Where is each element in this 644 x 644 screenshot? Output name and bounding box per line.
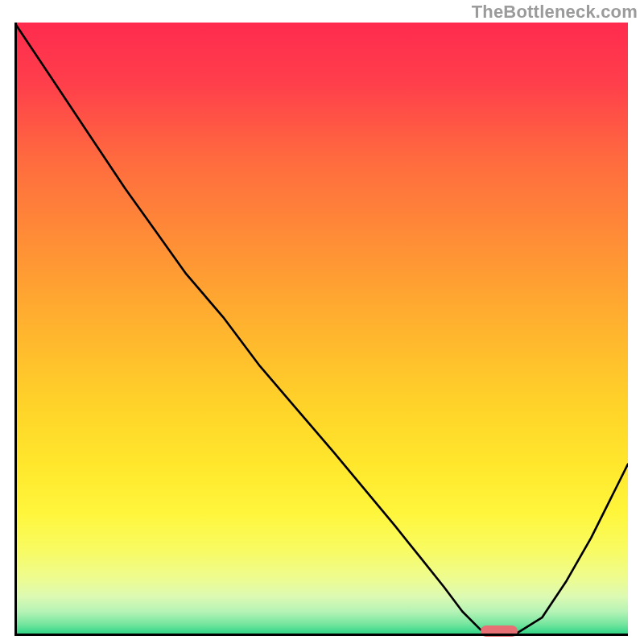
chart-root: TheBottleneck.com xyxy=(0,0,644,644)
plot-area xyxy=(14,23,628,636)
watermark-label: TheBottleneck.com xyxy=(472,2,638,23)
optimum-marker xyxy=(481,625,518,637)
bottleneck-curve xyxy=(14,23,628,636)
